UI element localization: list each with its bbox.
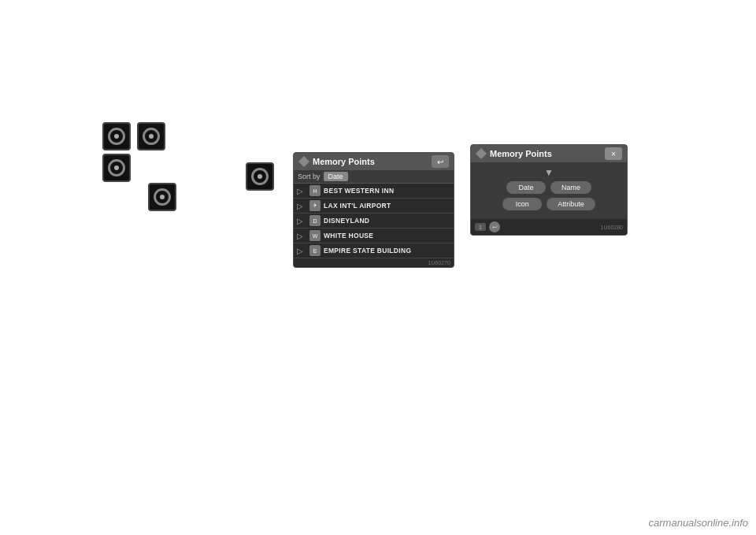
mps-date-button[interactable]: Date bbox=[506, 181, 546, 194]
mp-list-back-button[interactable]: ↩ bbox=[432, 155, 449, 168]
mp-list-code: 1U60270 bbox=[428, 260, 450, 266]
item-icon: H bbox=[309, 185, 321, 196]
mp-list-title-area: Memory Points bbox=[298, 156, 375, 167]
nav-icon-single-bottom[interactable] bbox=[148, 183, 176, 211]
list-item[interactable]: ▷ E EMPIRE STATE BUILDING bbox=[294, 243, 454, 258]
item-text: LAX INT'L AIRPORT bbox=[324, 202, 391, 210]
mp-list-title: Memory Points bbox=[313, 157, 375, 166]
mps-bottom-row: 1 ↩ 1U60280 bbox=[471, 219, 627, 235]
nav-icon-ring bbox=[108, 159, 125, 176]
nav-icon-3[interactable] bbox=[102, 154, 131, 182]
nav-icon-ring bbox=[143, 128, 160, 145]
mps-page-indicator: 1 bbox=[475, 223, 486, 231]
mps-body: ▼ Date Name Icon Attribute bbox=[471, 162, 627, 219]
list-arrow-icon: ▷ bbox=[297, 247, 306, 255]
mps-name-button[interactable]: Name bbox=[550, 181, 591, 194]
mps-buttons-row-2: Icon Attribute bbox=[477, 198, 621, 210]
item-text: DISNEYLAND bbox=[324, 217, 369, 225]
list-arrow-icon: ▷ bbox=[297, 187, 306, 195]
item-text: WHITE HOUSE bbox=[324, 232, 373, 240]
list-item[interactable]: ▷ D DISNEYLAND bbox=[294, 214, 454, 228]
nav-icon-dot bbox=[258, 174, 262, 179]
nav-icon-dot bbox=[160, 195, 165, 199]
item-icon: D bbox=[309, 215, 321, 226]
list-item[interactable]: ▷ H BEST WESTERN INN bbox=[294, 184, 454, 199]
item-text: BEST WESTERN INN bbox=[324, 187, 394, 195]
mps-buttons-row-1: Date Name bbox=[477, 181, 621, 194]
mps-header: Memory Points × bbox=[471, 145, 627, 162]
nav-icon-dot bbox=[149, 134, 154, 139]
memory-points-icon bbox=[298, 156, 309, 167]
memory-points-list-screen: Memory Points ↩ Sort by Date ▷ H BEST WE… bbox=[293, 152, 454, 268]
icons-row-bottom bbox=[102, 154, 165, 182]
mps-title-area: Memory Points bbox=[476, 148, 552, 159]
nav-icon-single-right[interactable] bbox=[246, 162, 274, 191]
mps-sort-back-icon[interactable]: ↩ bbox=[489, 221, 500, 232]
memory-points-sort-icon bbox=[476, 148, 487, 159]
mps-close-button[interactable]: × bbox=[605, 147, 622, 160]
list-item[interactable]: ▷ W WHITE HOUSE bbox=[294, 228, 454, 243]
item-icon: ✈ bbox=[309, 200, 321, 211]
mps-attribute-button[interactable]: Attribute bbox=[547, 198, 595, 210]
memory-points-sort-screen: Memory Points × ▼ Date Name Icon Attribu… bbox=[470, 144, 628, 236]
nav-icon-ring bbox=[251, 168, 269, 185]
mps-title: Memory Points bbox=[490, 149, 552, 158]
icons-cluster bbox=[102, 122, 165, 182]
mp-sort-row: Sort by Date bbox=[294, 170, 454, 184]
nav-icon-dot bbox=[114, 165, 119, 170]
mp-sort-tab[interactable]: Date bbox=[324, 172, 348, 181]
item-icon: W bbox=[309, 230, 321, 241]
nav-icon-5[interactable] bbox=[148, 183, 176, 211]
list-item[interactable]: ▷ ✈ LAX INT'L AIRPORT bbox=[294, 199, 454, 214]
nav-icon-dot bbox=[114, 134, 119, 139]
nav-icon-ring bbox=[154, 188, 171, 206]
nav-icon-1[interactable] bbox=[102, 122, 131, 150]
list-arrow-icon: ▷ bbox=[297, 202, 306, 210]
nav-icon-2[interactable] bbox=[137, 122, 165, 150]
nav-icon-4[interactable] bbox=[246, 162, 274, 191]
item-icon: E bbox=[309, 245, 321, 256]
mp-list-footer: 1U60270 bbox=[294, 258, 454, 267]
mps-icon-button[interactable]: Icon bbox=[502, 198, 542, 210]
item-text: EMPIRE STATE BUILDING bbox=[324, 247, 411, 254]
mps-arrow-area: ▼ bbox=[477, 167, 621, 178]
watermark-text: carmanualsonline.info bbox=[649, 517, 748, 529]
mps-code: 1U60280 bbox=[601, 225, 623, 230]
mps-down-arrow-icon: ▼ bbox=[544, 167, 554, 178]
list-arrow-icon: ▷ bbox=[297, 217, 306, 225]
icons-row-top bbox=[102, 122, 165, 150]
list-arrow-icon: ▷ bbox=[297, 232, 306, 240]
mp-list-header: Memory Points ↩ bbox=[294, 153, 454, 170]
nav-icon-ring bbox=[108, 128, 125, 145]
mp-sort-label: Sort by bbox=[298, 173, 321, 180]
